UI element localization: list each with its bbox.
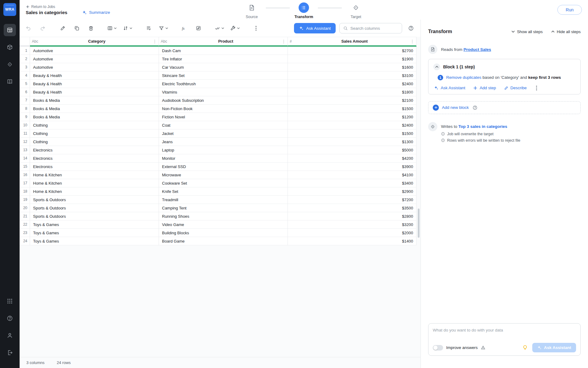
tools-menu-button[interactable] — [229, 23, 241, 33]
add-new-block-button[interactable]: Add new block — [428, 101, 581, 114]
format-button[interactable] — [193, 23, 204, 33]
step-action-link[interactable]: Remove duplicates — [446, 75, 481, 80]
table-row[interactable]: 10ClothingCoat$2400 — [20, 121, 417, 129]
toolbar-help-button[interactable] — [406, 23, 416, 33]
block-ask-assistant-button[interactable]: Ask Assistant — [434, 86, 465, 90]
cell-product[interactable]: Knife Set — [159, 187, 288, 196]
cell-sales-amount[interactable]: $4200 — [288, 154, 417, 163]
table-row[interactable]: 20Sports & OutdoorsCamping Tent$3500 — [20, 204, 417, 212]
ask-assistant-button[interactable]: Ask Assistant — [294, 23, 336, 33]
cell-product[interactable]: Vitamins — [159, 88, 288, 96]
column-header-category[interactable]: Abc Category ⋮ — [30, 37, 159, 47]
table-row[interactable]: 16Home & KitchenMicrowave$4100 — [20, 171, 417, 179]
cell-sales-amount[interactable]: $2400 — [288, 80, 417, 88]
run-button[interactable]: Run — [557, 5, 582, 15]
suggestions-button[interactable] — [522, 345, 528, 351]
table-row[interactable]: 14ElectronicsMonitor$4200 — [20, 154, 417, 163]
table-row[interactable]: 21Sports & OutdoorsRunning Shoes$2800 — [20, 212, 417, 220]
cell-product[interactable]: Monitor — [159, 154, 288, 163]
cell-sales-amount[interactable]: $3100 — [288, 71, 417, 80]
table-row[interactable]: 12ClothingJeans$1300 — [20, 138, 417, 146]
block-overflow-button[interactable] — [536, 86, 537, 90]
column-header-sales-amount[interactable]: # Sales Amount ⋮ — [288, 37, 417, 47]
table-row[interactable]: 18Home & KitchenKnife Set$2900 — [20, 187, 417, 196]
table-row[interactable]: 5Beauty & HealthElectric Toothbrush$2400 — [20, 80, 417, 88]
column-menu-icon[interactable]: ⋮ — [410, 39, 414, 44]
cell-sales-amount[interactable]: $1400 — [288, 237, 417, 245]
stepper-transform[interactable]: Transform — [290, 2, 318, 19]
table-row[interactable]: 15ElectronicsExternal SSD$3900 — [20, 163, 417, 171]
return-to-jobs-link[interactable]: Return to Jobs — [26, 5, 110, 9]
cell-category[interactable]: Sports & Outdoors — [30, 196, 159, 204]
cell-sales-amount[interactable]: $1500 — [288, 105, 417, 113]
show-all-steps-button[interactable]: Show all steps — [511, 29, 543, 34]
cell-product[interactable]: Jacket — [159, 129, 288, 138]
table-row[interactable]: 24Toys & GamesBoard Game$1400 — [20, 237, 417, 245]
cell-sales-amount[interactable]: $3200 — [288, 220, 417, 229]
cell-category[interactable]: Home & Kitchen — [30, 179, 159, 187]
cell-product[interactable]: Fiction Novel — [159, 113, 288, 121]
table-row[interactable]: 6Beauty & HealthVitamins$1800 — [20, 88, 417, 96]
cell-sales-amount[interactable]: $1300 — [288, 138, 417, 146]
cell-product[interactable]: External SSD — [159, 163, 288, 171]
chat-ask-assistant-button[interactable]: Ask Assistant — [532, 343, 576, 352]
cell-category[interactable]: Electronics — [30, 163, 159, 171]
cell-product[interactable]: Camping Tent — [159, 204, 288, 212]
cell-sales-amount[interactable]: $1200 — [288, 113, 417, 121]
cell-category[interactable]: Home & Kitchen — [30, 171, 159, 179]
cell-category[interactable]: Sports & Outdoors — [30, 212, 159, 220]
sidebar-item-workbench[interactable] — [4, 24, 16, 36]
cell-category[interactable]: Beauty & Health — [30, 71, 159, 80]
app-logo[interactable]: WRA — [3, 3, 16, 16]
cell-sales-amount[interactable]: $7200 — [288, 196, 417, 204]
validate-menu-button[interactable] — [213, 23, 225, 33]
table-row[interactable]: 4Beauty & HealthSkincare Set$3100 — [20, 71, 417, 80]
cell-category[interactable]: Books & Media — [30, 96, 159, 105]
cell-sales-amount[interactable]: $5000 — [288, 146, 417, 154]
cell-sales-amount[interactable]: $1600 — [288, 63, 417, 71]
column-menu-icon[interactable]: ⋮ — [153, 39, 157, 44]
cell-sales-amount[interactable]: $2000 — [288, 229, 417, 237]
sidebar-item-apps[interactable] — [4, 295, 16, 307]
sidebar-item-explorer[interactable] — [4, 58, 16, 71]
cell-sales-amount[interactable]: $3500 — [288, 204, 417, 212]
cell-product[interactable]: Building Blocks — [159, 229, 288, 237]
cell-product[interactable]: Treadmill — [159, 196, 288, 204]
stepper-target[interactable]: Target — [342, 2, 370, 19]
cell-category[interactable]: Toys & Games — [30, 220, 159, 229]
improve-answers-toggle[interactable] — [433, 345, 443, 351]
rows-button[interactable] — [143, 23, 154, 33]
column-menu-icon[interactable]: ⋮ — [281, 39, 286, 44]
cell-product[interactable]: Audiobook Subscription — [159, 96, 288, 105]
duplicate-button[interactable] — [72, 23, 82, 33]
sidebar-item-account[interactable] — [4, 329, 16, 342]
column-header-product[interactable]: Abc Product ⋮ — [159, 37, 288, 47]
filter-menu-button[interactable] — [157, 23, 169, 33]
describe-button[interactable]: Describe — [504, 86, 527, 90]
cell-product[interactable]: Dash Cam — [159, 47, 288, 55]
cell-sales-amount[interactable]: $1800 — [288, 88, 417, 96]
cell-category[interactable]: Automotive — [30, 55, 159, 63]
cell-product[interactable]: Electric Toothbrush — [159, 80, 288, 88]
cell-category[interactable]: Automotive — [30, 47, 159, 55]
cell-product[interactable]: Board Game — [159, 237, 288, 245]
cell-product[interactable]: Cookware Set — [159, 179, 288, 187]
cell-category[interactable]: Beauty & Health — [30, 88, 159, 96]
cell-category[interactable]: Beauty & Health — [30, 80, 159, 88]
cell-product[interactable]: Laptop — [159, 146, 288, 154]
sidebar-item-help[interactable] — [4, 312, 16, 324]
cell-category[interactable]: Books & Media — [30, 113, 159, 121]
sidebar-item-signout[interactable] — [4, 347, 16, 359]
cell-sales-amount[interactable]: $3900 — [288, 163, 417, 171]
cell-product[interactable]: Coat — [159, 121, 288, 129]
cell-product[interactable]: Video Game — [159, 220, 288, 229]
cell-product[interactable]: Tire Inflator — [159, 55, 288, 63]
table-row[interactable]: 19Sports & OutdoorsTreadmill$7200 — [20, 196, 417, 204]
cell-category[interactable]: Home & Kitchen — [30, 187, 159, 196]
cell-category[interactable]: Automotive — [30, 63, 159, 71]
cell-sales-amount[interactable]: $2100 — [288, 96, 417, 105]
transform-step[interactable]: 1 Remove duplicates based on 'Category' … — [433, 75, 575, 81]
table-row[interactable]: 7Books & MediaAudiobook Subscription$210… — [20, 96, 417, 105]
cell-product[interactable]: Skincare Set — [159, 71, 288, 80]
cell-sales-amount[interactable]: $4100 — [288, 171, 417, 179]
